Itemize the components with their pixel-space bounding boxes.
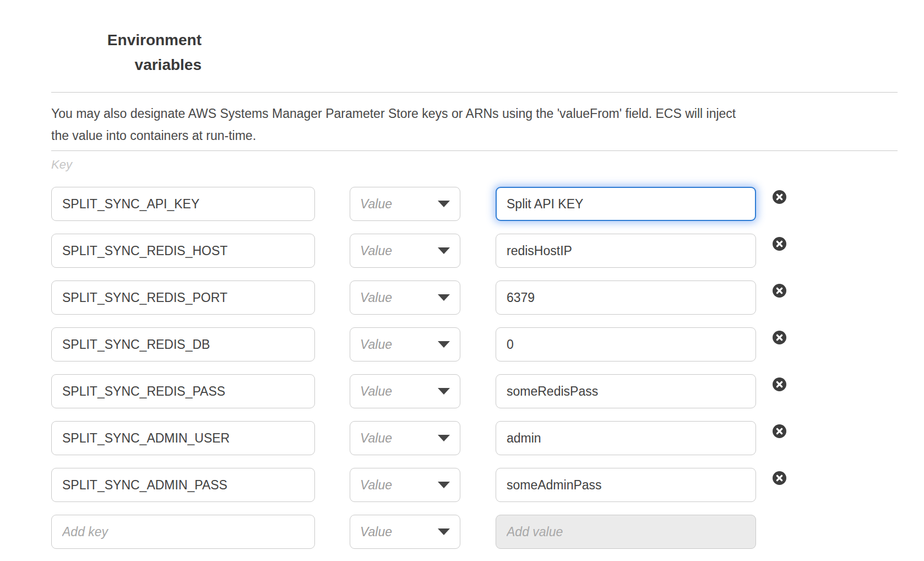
value-type-select[interactable]: Value [350,468,460,502]
value-type-selected: Value [360,290,392,305]
value-type-selected: Value [360,431,392,446]
value-input[interactable] [496,234,756,268]
value-input[interactable] [496,468,756,502]
env-var-row: Value [0,374,924,408]
remove-row-button[interactable] [773,284,786,298]
value-type-select[interactable]: Value [350,421,460,455]
chevron-down-icon [438,341,450,348]
key-input[interactable] [51,234,315,268]
section-label: Environment variables [104,28,202,77]
env-var-row: Value [0,327,924,362]
chevron-down-icon [438,435,450,441]
value-type-select[interactable]: Value [350,515,460,549]
value-type-selected: Value [360,384,392,399]
value-input[interactable] [496,187,756,221]
remove-row-button[interactable] [773,331,786,344]
value-type-select[interactable]: Value [350,374,460,408]
value-type-select[interactable]: Value [350,327,460,362]
value-type-selected: Value [360,244,392,258]
value-type-selected: Value [360,478,392,493]
x-circle-icon [773,237,786,251]
key-input[interactable] [51,374,315,408]
add-key-input[interactable] [51,515,315,549]
value-input[interactable] [496,374,756,408]
value-type-select[interactable]: Value [350,234,460,268]
env-var-row: Value [0,421,924,455]
value-input[interactable] [496,280,756,315]
remove-row-button[interactable] [773,237,786,251]
remove-row-button[interactable] [773,190,786,204]
x-circle-icon [773,331,786,344]
value-type-select[interactable]: Value [350,280,460,315]
chevron-down-icon [438,247,450,254]
key-column-header: Key [51,158,924,172]
chevron-down-icon [438,294,450,301]
chevron-down-icon [438,482,450,488]
key-input[interactable] [51,327,315,362]
env-var-row: Value [0,187,924,221]
description-line-1: You may also designate AWS Systems Manag… [51,103,898,125]
chevron-down-icon [438,388,450,395]
env-var-row: Value [0,234,924,268]
x-circle-icon [773,190,786,204]
divider-top [51,92,898,93]
section-description: You may also designate AWS Systems Manag… [51,103,898,147]
key-input[interactable] [51,468,315,502]
chevron-down-icon [438,201,450,207]
env-var-rows: Value Value Value [0,187,924,549]
value-input[interactable] [496,421,756,455]
x-circle-icon [773,377,786,391]
description-line-2: the value into containers at run-time. [51,125,898,147]
key-input[interactable] [51,421,315,455]
env-var-row: Value [0,280,924,315]
x-circle-icon [773,471,786,485]
divider-middle [51,150,898,151]
remove-row-button[interactable] [773,377,786,391]
value-type-select[interactable]: Value [350,187,460,221]
environment-variables-section: Environment variables You may also desig… [0,28,924,561]
chevron-down-icon [438,528,450,535]
add-value-input [496,515,756,549]
remove-row-button[interactable] [773,424,786,438]
remove-row-button[interactable] [773,471,786,485]
x-circle-icon [773,284,786,298]
add-env-var-row: Value [0,515,924,549]
key-input[interactable] [51,187,315,221]
x-circle-icon [773,424,786,438]
env-var-row: Value [0,468,924,502]
value-type-selected: Value [360,525,392,540]
key-input[interactable] [51,280,315,315]
value-type-selected: Value [360,197,392,212]
value-input[interactable] [496,327,756,362]
value-type-selected: Value [360,337,392,352]
